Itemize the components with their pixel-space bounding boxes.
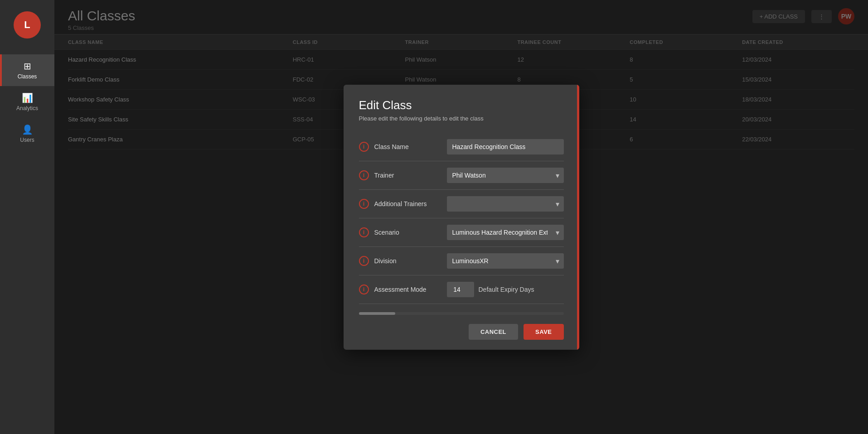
additional-trainers-select[interactable]: [447, 196, 564, 212]
sidebar: L ⊞ Classes 📊 Analytics 👤 Users: [0, 0, 54, 434]
field-division: i Division LuminousXR ▾: [359, 247, 564, 275]
edit-class-modal: Edit Class Please edit the following det…: [344, 85, 579, 350]
main-content: All Classes 5 Classes + ADD CLASS ⋮ PW C…: [54, 0, 868, 434]
scenario-label: Scenario: [374, 229, 447, 236]
additional-trainers-select-wrap: ▾: [447, 196, 564, 212]
division-label: Division: [374, 257, 447, 265]
users-icon: 👤: [22, 124, 33, 135]
scroll-indicator: [577, 85, 579, 350]
sidebar-item-analytics[interactable]: 📊 Analytics: [0, 86, 54, 118]
sidebar-nav: ⊞ Classes 📊 Analytics 👤 Users: [0, 54, 54, 149]
analytics-icon: 📊: [22, 92, 33, 103]
additional-trainers-info-icon: i: [359, 199, 369, 209]
scenario-select-wrap: Luminous Hazard Recognition Extended ▾: [447, 225, 564, 240]
additional-trainers-label: Additional Trainers: [374, 200, 447, 207]
sidebar-label-classes: Classes: [18, 73, 37, 80]
class-name-input[interactable]: [447, 139, 564, 154]
classes-icon: ⊞: [24, 61, 31, 72]
default-expiry-label: Default Expiry Days: [479, 286, 534, 293]
field-scenario: i Scenario Luminous Hazard Recognition E…: [359, 218, 564, 247]
sidebar-item-classes[interactable]: ⊞ Classes: [0, 54, 54, 86]
sidebar-label-users: Users: [20, 137, 34, 143]
division-select[interactable]: LuminousXR: [447, 253, 564, 269]
class-name-label: Class Name: [374, 143, 447, 150]
division-select-wrap: LuminousXR ▾: [447, 253, 564, 269]
cancel-button[interactable]: CANCEL: [469, 324, 518, 340]
modal-subtitle: Please edit the following details to edi…: [359, 115, 564, 122]
modal-overlay: Edit Class Please edit the following det…: [54, 0, 868, 434]
app-logo: L: [14, 11, 41, 39]
sidebar-item-users[interactable]: 👤 Users: [0, 118, 54, 149]
scenario-info-icon: i: [359, 227, 369, 237]
scroll-track: [359, 312, 564, 315]
field-assessment-mode: i Assessment Mode Default Expiry Days: [359, 275, 564, 304]
class-name-info-icon: i: [359, 142, 369, 152]
field-additional-trainers: i Additional Trainers ▾: [359, 190, 564, 218]
sidebar-logo: L: [0, 0, 54, 50]
modal-footer: CANCEL SAVE: [344, 317, 579, 350]
assessment-days-input[interactable]: [447, 282, 474, 297]
trainer-select-wrap: Phil Watson ▾: [447, 168, 564, 183]
sidebar-label-analytics: Analytics: [16, 105, 38, 111]
save-button[interactable]: SAVE: [524, 324, 563, 340]
assessment-mode-label: Assessment Mode: [374, 286, 447, 293]
scenario-select[interactable]: Luminous Hazard Recognition Extended: [447, 225, 564, 240]
trainer-select[interactable]: Phil Watson: [447, 168, 564, 183]
division-info-icon: i: [359, 256, 369, 266]
assessment-mode-info-icon: i: [359, 285, 369, 294]
trainer-info-icon: i: [359, 170, 369, 180]
field-class-name: i Class Name: [359, 133, 564, 161]
field-trainer: i Trainer Phil Watson ▾: [359, 161, 564, 190]
modal-scroll-area: Edit Class Please edit the following det…: [344, 85, 579, 309]
assessment-wrap: Default Expiry Days: [447, 282, 564, 297]
scroll-thumb[interactable]: [359, 312, 395, 315]
modal-title: Edit Class: [359, 98, 564, 112]
trainer-label: Trainer: [374, 172, 447, 179]
